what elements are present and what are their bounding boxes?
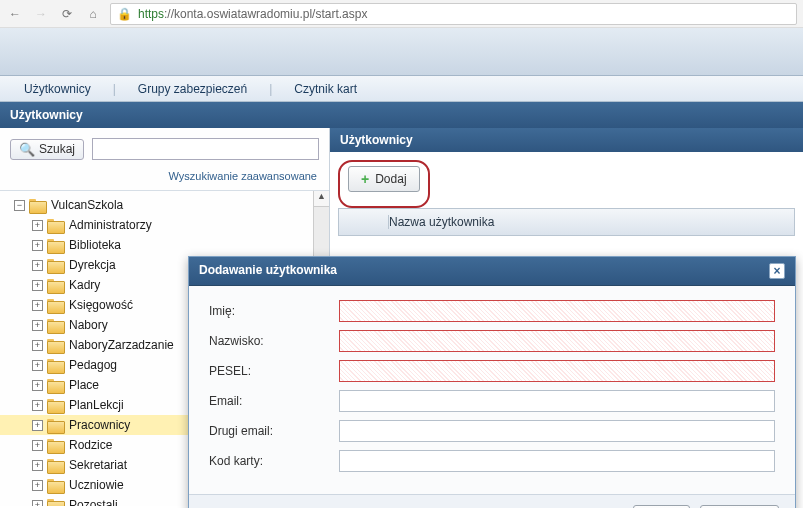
tree-item-label: Place: [69, 378, 99, 392]
folder-icon: [47, 459, 63, 472]
right-pane-title: Użytkownicy: [330, 128, 803, 152]
reload-icon[interactable]: ⟳: [58, 5, 76, 23]
label-kod: Kod karty:: [209, 454, 339, 468]
grid-col-username: Nazwa użytkownika: [389, 215, 494, 229]
tree-item-label: Rodzice: [69, 438, 112, 452]
folder-icon: [47, 319, 63, 332]
tree-item-label: Sekretariat: [69, 458, 127, 472]
folder-icon: [29, 199, 45, 212]
expand-icon[interactable]: +: [32, 440, 43, 451]
expand-icon[interactable]: +: [32, 280, 43, 291]
folder-icon: [47, 479, 63, 492]
folder-icon: [47, 299, 63, 312]
lock-icon: 🔒: [117, 7, 132, 21]
folder-icon: [47, 439, 63, 452]
scroll-up-icon[interactable]: ▲: [314, 191, 329, 207]
tree-item-label: Uczniowie: [69, 478, 124, 492]
input-nazwisko[interactable]: [339, 330, 775, 352]
tree-item-label: Kadry: [69, 278, 100, 292]
folder-icon: [47, 379, 63, 392]
tree-item-label: Biblioteka: [69, 238, 121, 252]
advanced-search-link[interactable]: Wyszukiwanie zaawansowane: [0, 170, 329, 190]
menu-groups[interactable]: Grupy zabezpieczeń: [134, 80, 251, 98]
tree-item-label: NaboryZarzadzanie: [69, 338, 174, 352]
tree-item-label: Dyrekcja: [69, 258, 116, 272]
input-kod[interactable]: [339, 450, 775, 472]
folder-icon: [47, 419, 63, 432]
expand-icon[interactable]: +: [32, 420, 43, 431]
expand-icon[interactable]: +: [32, 380, 43, 391]
folder-icon: [47, 259, 63, 272]
tree-item-label: Administratorzy: [69, 218, 152, 232]
header-strip: [0, 28, 803, 76]
browser-toolbar: ← → ⟳ ⌂ 🔒 https ://konta.oswiatawradomiu…: [0, 0, 803, 28]
dialog-body: Imię: Nazwisko: PESEL: Email: Drugi emai…: [189, 286, 795, 494]
plus-icon: +: [361, 171, 369, 187]
url-scheme: https: [138, 7, 164, 21]
add-button[interactable]: + Dodaj: [348, 166, 420, 192]
expand-icon[interactable]: +: [32, 220, 43, 231]
search-icon: 🔍: [19, 142, 35, 157]
home-icon[interactable]: ⌂: [84, 5, 102, 23]
dialog-title-bar[interactable]: Dodawanie użytkownika ×: [189, 257, 795, 286]
menu-users[interactable]: Użytkownicy: [20, 80, 95, 98]
expand-icon[interactable]: +: [32, 240, 43, 251]
dialog-footer: ✔Ok ⛔Anuluj: [189, 494, 795, 508]
tree-root[interactable]: −VulcanSzkola: [0, 195, 329, 215]
collapse-icon[interactable]: −: [14, 200, 25, 211]
dialog-title: Dodawanie użytkownika: [199, 263, 337, 279]
add-user-dialog: Dodawanie użytkownika × Imię: Nazwisko: …: [188, 256, 796, 508]
input-email2[interactable]: [339, 420, 775, 442]
grid-header: Nazwa użytkownika: [338, 208, 795, 236]
folder-icon: [47, 219, 63, 232]
tree-root-label: VulcanSzkola: [51, 198, 123, 212]
search-button[interactable]: 🔍 Szukaj: [10, 139, 84, 160]
close-icon[interactable]: ×: [769, 263, 785, 279]
expand-icon[interactable]: +: [32, 300, 43, 311]
tree-item-label: Nabory: [69, 318, 108, 332]
tree-item-label: Pedagog: [69, 358, 117, 372]
expand-icon[interactable]: +: [32, 500, 43, 507]
expand-icon[interactable]: +: [32, 340, 43, 351]
forward-icon[interactable]: →: [32, 5, 50, 23]
url-bar[interactable]: 🔒 https ://konta.oswiatawradomiu.pl/star…: [110, 3, 797, 25]
expand-icon[interactable]: +: [32, 480, 43, 491]
label-email: Email:: [209, 394, 339, 408]
add-highlight: + Dodaj: [338, 160, 430, 208]
label-pesel: PESEL:: [209, 364, 339, 378]
search-row: 🔍 Szukaj: [0, 128, 329, 170]
folder-icon: [47, 359, 63, 372]
folder-icon: [47, 279, 63, 292]
search-button-label: Szukaj: [39, 142, 75, 156]
tree-item[interactable]: +Biblioteka: [0, 235, 329, 255]
url-rest: ://konta.oswiatawradomiu.pl/start.aspx: [164, 7, 367, 21]
label-email2: Drugi email:: [209, 424, 339, 438]
expand-icon[interactable]: +: [32, 360, 43, 371]
label-imie: Imię:: [209, 304, 339, 318]
search-input[interactable]: [92, 138, 319, 160]
back-icon[interactable]: ←: [6, 5, 24, 23]
main-menu: Użytkownicy | Grupy zabezpieczeń | Czytn…: [0, 76, 803, 102]
section-title: Użytkownicy: [0, 102, 803, 128]
expand-icon[interactable]: +: [32, 260, 43, 271]
input-email[interactable]: [339, 390, 775, 412]
folder-icon: [47, 239, 63, 252]
folder-icon: [47, 339, 63, 352]
expand-icon[interactable]: +: [32, 320, 43, 331]
label-nazwisko: Nazwisko:: [209, 334, 339, 348]
tree-item-label: Pozostali: [69, 498, 118, 506]
menu-reader[interactable]: Czytnik kart: [290, 80, 361, 98]
grid-col-blank: [349, 215, 389, 229]
folder-icon: [47, 499, 63, 507]
tree-item-label: Księgowość: [69, 298, 133, 312]
tree-item[interactable]: +Administratorzy: [0, 215, 329, 235]
add-button-label: Dodaj: [375, 172, 406, 186]
expand-icon[interactable]: +: [32, 400, 43, 411]
expand-icon[interactable]: +: [32, 460, 43, 471]
input-pesel[interactable]: [339, 360, 775, 382]
tree-item-label: Pracownicy: [69, 418, 130, 432]
input-imie[interactable]: [339, 300, 775, 322]
tree-item-label: PlanLekcji: [69, 398, 124, 412]
folder-icon: [47, 399, 63, 412]
